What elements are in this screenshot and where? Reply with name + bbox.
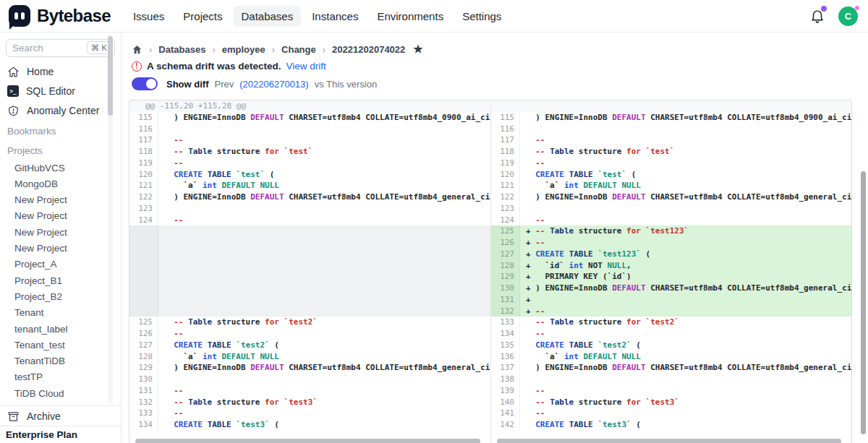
prev-version-link[interactable]: (202206270013) xyxy=(239,79,308,90)
diff-rows-left: @@ -115,20 +115,28 @@115 ) ENGINE=InnoDB… xyxy=(129,100,490,431)
sidebar: ⌘ K Home>_SQL EditorAnomaly Center Bookm… xyxy=(0,33,122,443)
breadcrumb-separator: › xyxy=(323,44,326,55)
right-horizontal-scrollbar[interactable] xyxy=(497,439,841,443)
sidebar-project-14[interactable]: TiDB Cloud xyxy=(0,385,121,401)
code-line: -- Table structure for `test2` xyxy=(520,317,851,328)
sidebar-scrollbar-thumb[interactable] xyxy=(108,36,113,116)
sidebar-project-2[interactable]: New Project xyxy=(0,192,121,208)
line-number: 130 xyxy=(491,283,520,294)
nav-item-projects[interactable]: Projects xyxy=(175,6,230,27)
breadcrumb-item[interactable]: Change xyxy=(281,44,316,55)
sidebar-project-12[interactable]: TenantTiDB xyxy=(0,353,121,369)
line-number: 142 xyxy=(491,419,520,431)
breadcrumb-item[interactable]: employee xyxy=(222,44,265,55)
left-horizontal-scrollbar[interactable] xyxy=(135,439,480,443)
code-line: + ) ENGINE=InnoDB DEFAULT CHARSET=utf8mb… xyxy=(520,283,851,294)
line-number: 127 xyxy=(129,340,158,351)
star-icon[interactable]: ★ xyxy=(413,43,422,56)
avatar-letter: C xyxy=(845,11,851,22)
nav-item-issues[interactable]: Issues xyxy=(125,6,172,27)
diff-row-added: 131+ xyxy=(491,294,851,306)
code-line: CREATE TABLE `test` ( xyxy=(520,169,851,181)
sidebar-project-7[interactable]: Project_B1 xyxy=(0,272,121,288)
sidebar-project-list: GitHubVCSMongoDBNew ProjectNew ProjectNe… xyxy=(0,160,121,401)
sidebar-item-archive[interactable]: Archive xyxy=(0,407,121,426)
code-line: `a` int DEFAULT NULL xyxy=(158,180,490,192)
brand-name: Bytebase xyxy=(37,6,111,26)
show-diff-toggle[interactable] xyxy=(132,77,158,90)
code-line: `a` int DEFAULT NULL xyxy=(158,351,490,363)
line-number: 141 xyxy=(491,408,520,419)
code-line: + xyxy=(520,294,851,306)
nav-item-databases[interactable]: Databases xyxy=(233,6,301,27)
line-number: 122 xyxy=(491,192,520,203)
sidebar-project-8[interactable]: Project_B2 xyxy=(0,288,121,304)
breadcrumb-separator: › xyxy=(149,44,152,55)
diff-row: 136 `a` int DEFAULT NULL xyxy=(491,351,851,363)
line-number: 139 xyxy=(491,385,520,397)
diff-toolbar: Show diff Prev (202206270013) vs This ve… xyxy=(132,77,377,90)
line-number: 125 xyxy=(129,317,158,328)
sidebar-project-4[interactable]: New Project xyxy=(0,224,121,240)
sidebar-item-home[interactable]: Home xyxy=(0,62,121,82)
sidebar-project-0[interactable]: GitHubVCS xyxy=(0,160,121,176)
code-line: -- Table structure for `test` xyxy=(158,146,490,158)
sidebar-project-5[interactable]: New Project xyxy=(0,240,121,256)
breadcrumb-item[interactable]: 20221202074022 xyxy=(332,44,405,55)
sidebar-divider xyxy=(0,405,121,406)
anomaly-center-icon xyxy=(7,105,20,117)
search-input[interactable] xyxy=(12,43,84,53)
home-icon[interactable] xyxy=(132,44,142,55)
diff-row: 142 CREATE TABLE `test3` ( xyxy=(491,419,851,431)
sidebar-project-10[interactable]: tenant_label xyxy=(0,321,121,337)
diff-row: 125 -- Table structure for `test2` xyxy=(129,317,490,328)
sidebar-project-6[interactable]: Project_A xyxy=(0,257,121,272)
code-line: -- xyxy=(158,385,490,397)
line-number: 129 xyxy=(129,362,158,374)
line-number: 135 xyxy=(491,340,520,351)
diff-row: 133 -- xyxy=(129,408,490,419)
plan-badge[interactable]: Enterprise Plan xyxy=(0,426,121,443)
line-number: 134 xyxy=(129,419,158,431)
diff-rows-right: 115 ) ENGINE=InnoDB DEFAULT CHARSET=utf8… xyxy=(491,100,851,431)
avatar[interactable]: C xyxy=(838,7,858,26)
sidebar-project-11[interactable]: Tenant_test xyxy=(0,337,121,353)
code-line: ) ENGINE=InnoDB DEFAULT CHARSET=utf8mb4 … xyxy=(520,192,851,203)
line-number: 127 xyxy=(491,249,520,260)
breadcrumb-item[interactable]: Databases xyxy=(158,44,205,55)
diff-row: 118 -- Table structure for `test` xyxy=(129,146,490,158)
code-line: -- xyxy=(158,158,490,169)
diff-row: 117 -- xyxy=(129,134,490,146)
nav-item-instances[interactable]: Instances xyxy=(304,6,366,27)
code-line xyxy=(520,124,851,135)
diff-row: 116 xyxy=(491,124,851,135)
code-line: + -- Table structure for `test123` xyxy=(520,225,851,237)
bytebase-logo[interactable]: Bytebase xyxy=(9,5,111,27)
line-number: 136 xyxy=(491,351,520,363)
diff-row: 120 CREATE TABLE `test` ( xyxy=(491,169,851,181)
line-number: 124 xyxy=(491,215,520,226)
page-vertical-scrollbar[interactable] xyxy=(861,171,866,434)
line-number: 120 xyxy=(491,169,520,181)
diff-row: 123 xyxy=(129,203,490,215)
sidebar-item-anomaly-center[interactable]: Anomaly Center xyxy=(0,101,121,121)
view-drift-link[interactable]: View drift xyxy=(286,61,326,72)
code-line xyxy=(520,203,851,215)
diff-row: 127 CREATE TABLE `test2` ( xyxy=(129,340,490,351)
code-line: + PRIMARY KEY (`id`) xyxy=(520,271,851,283)
nav-item-environments[interactable]: Environments xyxy=(369,6,451,27)
code-line: ) ENGINE=InnoDB DEFAULT CHARSET=utf8mb4 … xyxy=(520,112,851,124)
schema-drift-alert: ! A schema drift was detected. View drif… xyxy=(132,61,326,72)
notification-dot xyxy=(821,6,827,12)
sidebar-project-9[interactable]: Tenant xyxy=(0,305,121,321)
notifications-button[interactable] xyxy=(809,7,825,25)
nav-item-settings[interactable]: Settings xyxy=(454,6,509,27)
diff-row-added: 127+ CREATE TABLE `test123` ( xyxy=(491,249,851,260)
sidebar-item-sql-editor[interactable]: >_SQL Editor xyxy=(0,82,121,101)
sidebar-project-13[interactable]: testTP xyxy=(0,369,121,385)
line-number: 131 xyxy=(491,294,520,306)
sidebar-project-1[interactable]: MongoDB xyxy=(0,176,121,192)
code-line: CREATE TABLE `test` ( xyxy=(158,169,490,181)
sidebar-project-3[interactable]: New Project xyxy=(0,208,121,224)
code-line: -- xyxy=(520,408,851,419)
